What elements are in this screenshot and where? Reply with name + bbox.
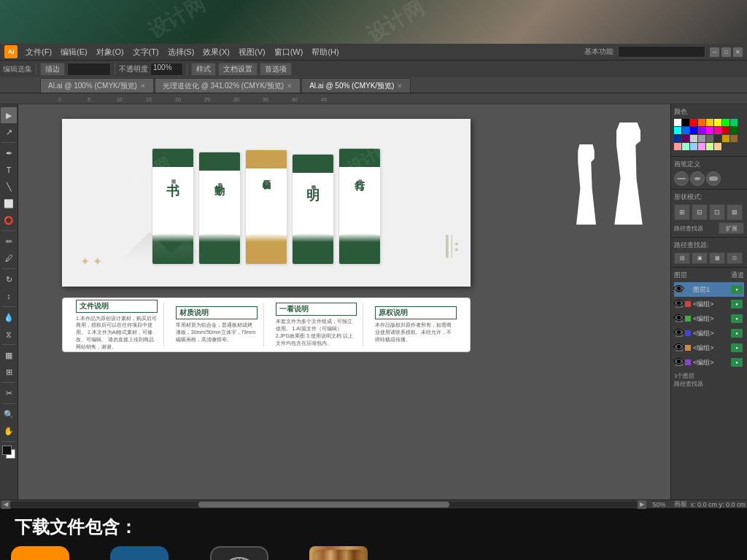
layer-item-5[interactable]: 👁 <编组> ●: [674, 355, 744, 370]
color-swatch[interactable]: [698, 127, 705, 134]
eyedropper-tool[interactable]: 💧: [1, 309, 17, 325]
scale-tool[interactable]: ↕: [1, 288, 17, 304]
shape-mode-intersect[interactable]: ⊡: [709, 204, 725, 220]
color-swatch[interactable]: [674, 135, 681, 142]
color-swatch[interactable]: [690, 119, 697, 126]
color-swatch[interactable]: [674, 127, 681, 134]
color-swatch[interactable]: [714, 127, 721, 134]
pf-btn-4[interactable]: ⊡: [727, 252, 743, 264]
layer-visibility-0[interactable]: 👁: [676, 286, 683, 293]
color-swatch[interactable]: [706, 119, 713, 126]
color-swatch[interactable]: [730, 119, 738, 126]
color-swatch[interactable]: [722, 135, 729, 142]
doc-settings-btn[interactable]: 文档设置: [218, 63, 258, 76]
menu-window[interactable]: 窗口(W): [271, 45, 307, 59]
mesh-tool[interactable]: ⊞: [1, 364, 17, 380]
color-swatch[interactable]: [706, 127, 713, 134]
layer-item-3[interactable]: 👁 <编组> ●: [674, 326, 744, 341]
menu-view[interactable]: 视图(V): [235, 45, 269, 59]
rect-tool[interactable]: ⬜: [1, 195, 17, 211]
tab-2-close[interactable]: ✕: [287, 82, 293, 90]
canvas-area[interactable]: 设计网 设计网 设计网 书 读书明志: [18, 104, 670, 499]
search-box[interactable]: [618, 46, 705, 58]
pf-btn-3[interactable]: ▩: [709, 252, 725, 264]
color-swatch[interactable]: [682, 135, 689, 142]
pen-tool[interactable]: ✒: [1, 145, 17, 161]
color-swatch[interactable]: [714, 143, 721, 150]
color-swatch[interactable]: [714, 119, 721, 126]
brush-preset-2[interactable]: [690, 171, 705, 186]
menu-help[interactable]: 帮助(H): [308, 45, 342, 59]
direct-select-tool[interactable]: ↗: [1, 124, 17, 140]
tab-3[interactable]: Al.ai @ 50% (CMYK/预览) ✕: [301, 78, 411, 93]
blend-tool[interactable]: ⧖: [1, 326, 17, 342]
tab-1[interactable]: Al.ai @ 100% (CMYK/预览) ✕: [40, 78, 154, 93]
close-button[interactable]: ✕: [733, 47, 743, 57]
color-swatch[interactable]: [674, 143, 681, 150]
minimize-button[interactable]: ─: [710, 47, 719, 57]
select-tool[interactable]: ▶: [1, 107, 17, 123]
menu-effect[interactable]: 效果(X): [199, 45, 233, 59]
menu-edit[interactable]: 编辑(E): [57, 45, 91, 59]
zoom-tool[interactable]: 🔍: [1, 406, 17, 422]
layer-visibility-5[interactable]: 👁: [676, 359, 683, 366]
layer-item-1[interactable]: 👁 <编组> ●: [674, 297, 744, 311]
menu-text[interactable]: 文字(T): [129, 45, 163, 59]
horizontal-scrollbar[interactable]: ◀ ▶ 50% 画板 x: 0.0 cm y: 0.0 cm: [0, 499, 747, 508]
color-swatch[interactable]: [690, 135, 697, 142]
rotate-tool[interactable]: ↻: [1, 271, 17, 287]
pf-btn-2[interactable]: ▣: [692, 252, 708, 264]
color-swatch[interactable]: [674, 119, 681, 126]
hand-tool[interactable]: ✋: [1, 423, 17, 439]
color-swatch[interactable]: [698, 143, 705, 150]
tab-3-close[interactable]: ✕: [397, 82, 403, 90]
tab-2[interactable]: 光理道佐化 @ 341.02% (CMYK/预览) ✕: [155, 78, 301, 93]
color-swatch[interactable]: [698, 119, 705, 126]
color-swatch[interactable]: [722, 127, 729, 134]
preferences-btn[interactable]: 首选项: [260, 63, 292, 76]
opacity-input[interactable]: 100%: [150, 63, 183, 76]
color-swatch[interactable]: [682, 127, 689, 134]
shape-mode-unite[interactable]: ⊞: [674, 204, 690, 220]
style-btn[interactable]: 样式: [191, 63, 216, 76]
scroll-left[interactable]: ◀: [1, 500, 10, 509]
type-tool[interactable]: T: [1, 162, 17, 178]
maximize-button[interactable]: □: [721, 47, 731, 57]
color-swatch[interactable]: [682, 143, 689, 150]
scroll-right[interactable]: ▶: [638, 500, 646, 509]
pencil-tool[interactable]: 🖊: [1, 250, 17, 266]
layer-visibility-2[interactable]: 👁: [676, 315, 683, 322]
layer-visibility-4[interactable]: 👁: [676, 344, 683, 351]
color-swatch[interactable]: [706, 135, 713, 142]
menu-select[interactable]: 选择(S): [164, 45, 198, 59]
color-swatch[interactable]: [730, 135, 738, 142]
brush-preset-1[interactable]: [674, 171, 689, 186]
color-swatch[interactable]: [682, 119, 689, 126]
shape-mode-exclude[interactable]: ⊠: [727, 204, 743, 220]
color-swatch[interactable]: [706, 143, 713, 150]
ellipse-tool[interactable]: ⭕: [1, 212, 17, 228]
foreground-color[interactable]: [2, 446, 12, 455]
color-swatch[interactable]: [722, 119, 729, 126]
color-swatch[interactable]: [690, 143, 697, 150]
scissors-tool[interactable]: ✂: [1, 385, 17, 401]
color-swatch[interactable]: [730, 127, 738, 134]
color-swatch[interactable]: [690, 127, 697, 134]
tab-1-close[interactable]: ✕: [140, 82, 146, 90]
scroll-track[interactable]: [10, 502, 638, 508]
brush-tool[interactable]: ✏: [1, 233, 17, 249]
line-tool[interactable]: ╲: [1, 179, 17, 195]
scroll-thumb[interactable]: [198, 502, 449, 508]
gradient-tool[interactable]: ▦: [1, 347, 17, 363]
stroke-btn[interactable]: 描边: [40, 63, 65, 76]
layer-visibility-3[interactable]: 👁: [676, 330, 683, 337]
layer-visibility-1[interactable]: 👁: [676, 300, 683, 308]
layer-item-2[interactable]: 👁 <编组> ●: [674, 311, 744, 326]
color-swatch[interactable]: [698, 135, 705, 142]
layer-item-0[interactable]: 👁 图层1 ●: [674, 282, 744, 297]
pf-btn-1[interactable]: ▤: [674, 252, 690, 264]
color-boxes[interactable]: [1, 444, 17, 460]
layer-item-4[interactable]: 👁 <编组> ●: [674, 341, 744, 355]
menu-file[interactable]: 文件(F): [22, 45, 55, 59]
menu-object[interactable]: 对象(O): [93, 45, 128, 59]
